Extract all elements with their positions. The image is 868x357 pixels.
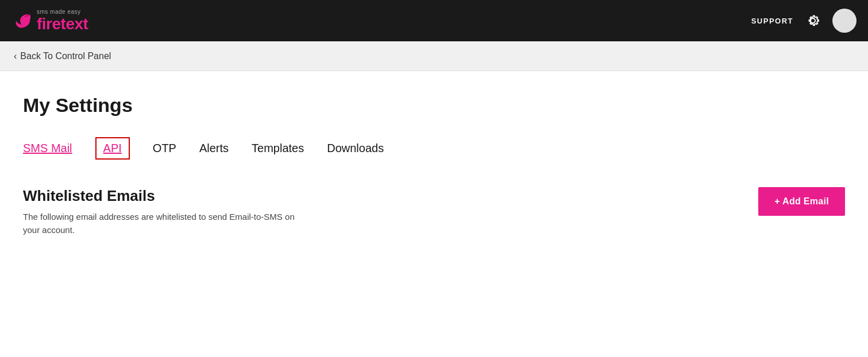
tab-sms-mail[interactable]: SMS Mail <box>23 139 72 157</box>
tab-api[interactable]: API <box>95 137 130 160</box>
tab-downloads[interactable]: Downloads <box>327 139 384 157</box>
tagline: sms made easy <box>37 9 88 15</box>
section-title: Whitelisted Emails <box>23 187 299 205</box>
add-email-button[interactable]: + Add Email <box>758 187 845 216</box>
tab-otp[interactable]: OTP <box>153 139 176 157</box>
tab-alerts[interactable]: Alerts <box>199 139 229 157</box>
back-bar: ‹ Back To Control Panel <box>0 41 868 71</box>
main-content: My Settings SMS Mail API OTP Alerts Temp… <box>0 71 868 236</box>
whitelisted-emails-section: Whitelisted Emails The following email a… <box>23 187 845 236</box>
logo-prefix: fire <box>37 15 61 33</box>
logo-text-wrapper: sms made easy firetext <box>37 9 88 32</box>
logo-full: firetext <box>37 16 88 32</box>
logo-suffix: text <box>61 15 88 33</box>
bird-icon <box>14 11 32 30</box>
page-title: My Settings <box>23 94 845 117</box>
tabs-nav: SMS Mail API OTP Alerts Templates Downlo… <box>23 137 845 160</box>
header-right: SUPPORT <box>751 9 857 33</box>
section-description-text: The following email addresses are whitel… <box>23 211 299 236</box>
logo-area: sms made easy firetext <box>14 9 88 32</box>
app-header: sms made easy firetext SUPPORT <box>0 0 868 41</box>
back-label: Back To Control Panel <box>20 51 111 61</box>
support-link[interactable]: SUPPORT <box>751 17 793 25</box>
avatar[interactable] <box>832 9 857 33</box>
gear-icon[interactable] <box>805 13 821 29</box>
section-description: Whitelisted Emails The following email a… <box>23 187 299 236</box>
back-to-control-panel-link[interactable]: ‹ Back To Control Panel <box>14 51 111 61</box>
tab-templates[interactable]: Templates <box>252 139 304 157</box>
back-chevron-icon: ‹ <box>14 51 17 61</box>
